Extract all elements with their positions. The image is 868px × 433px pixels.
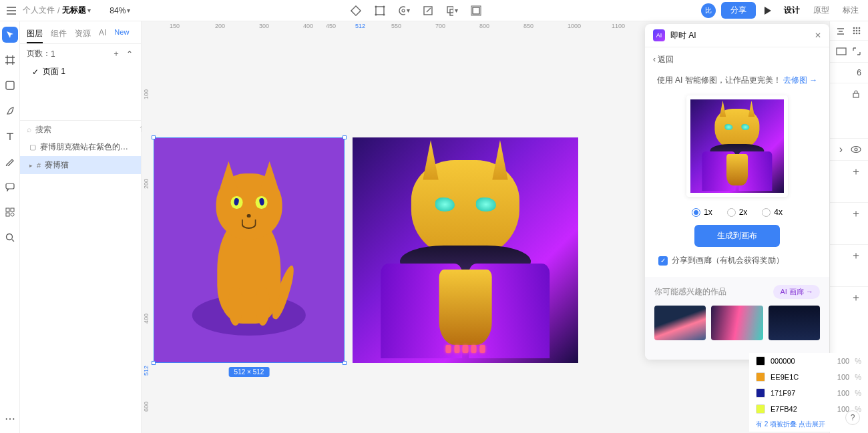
svg-rect-17 xyxy=(6,213,9,216)
circle-tool-icon[interactable]: ▾ xyxy=(398,5,410,17)
top-bar: 个人文件 / 无标题 ▾ 84% ▾ ▾ ▾ 比 分享 设计 原型 标注 xyxy=(0,0,868,21)
ruler-tick: 700 xyxy=(435,23,445,29)
tab-ai[interactable]: AI xyxy=(99,25,106,43)
ai-thumb[interactable] xyxy=(769,306,820,340)
eye-icon[interactable] xyxy=(851,144,861,155)
edit-icon[interactable] xyxy=(422,5,434,17)
add-icon[interactable]: ＋ xyxy=(851,250,861,261)
svg-point-22 xyxy=(859,27,861,29)
collapse-pages-icon[interactable]: ⌃ xyxy=(125,49,134,59)
cat-eye xyxy=(256,196,268,209)
pen-tool-icon[interactable] xyxy=(2,103,18,119)
shape-icon[interactable] xyxy=(2,77,18,93)
tab-design[interactable]: 设计 xyxy=(780,2,804,19)
color-row[interactable]: 000000100% xyxy=(749,353,868,369)
grid-icon[interactable] xyxy=(852,25,861,36)
selection-dimensions: 512 × 512 xyxy=(229,367,270,377)
ai-back-button[interactable]: ‹ 返回 xyxy=(645,47,829,72)
add-icon[interactable]: ＋ xyxy=(851,208,861,219)
move-tool-icon[interactable] xyxy=(2,27,18,43)
crop-icon[interactable] xyxy=(374,5,386,17)
document-title[interactable]: 无标题 xyxy=(62,5,86,16)
share-button[interactable]: 分享 xyxy=(721,2,756,19)
rect-icon[interactable] xyxy=(836,46,847,57)
help-icon[interactable]: ? xyxy=(845,410,860,425)
ruler-tick: 100 xyxy=(143,89,150,99)
frame-cybercat-cartoon[interactable]: 512 × 512 xyxy=(154,137,345,363)
ruler-tick: 150 xyxy=(170,23,180,29)
ai-thumb[interactable] xyxy=(711,306,763,340)
cat-nose xyxy=(247,214,251,218)
tab-assets[interactable]: 资源 xyxy=(75,25,91,43)
frame-tool-icon[interactable] xyxy=(470,5,482,17)
close-icon[interactable]: ✕ xyxy=(815,31,821,40)
leftpanel-tabs: 图层 组件 资源 AI New xyxy=(20,21,141,44)
share-gallery-label: 分享到画廊（有机会获得奖励） xyxy=(672,255,784,266)
text-tool-icon[interactable] xyxy=(2,128,18,144)
page-name: 页面 1 xyxy=(43,66,65,77)
share-gallery-checkbox[interactable]: ✓ 分享到画廊（有机会获得奖励） xyxy=(645,255,829,277)
plugin-icon[interactable] xyxy=(2,204,18,220)
add-icon[interactable]: ＋ xyxy=(851,292,861,303)
play-icon[interactable] xyxy=(761,6,775,15)
check-icon: ✓ xyxy=(32,67,39,77)
svg-point-7 xyxy=(402,9,405,12)
ruler-tick: 550 xyxy=(391,23,401,29)
svg-point-32 xyxy=(855,148,857,151)
image-cyberpunk-cat[interactable] xyxy=(353,137,578,363)
search-icon[interactable] xyxy=(2,230,18,246)
layer-item-2[interactable]: ▸ # 赛博猫 xyxy=(20,156,141,174)
hamburger-icon[interactable] xyxy=(5,5,17,17)
chevron-down-icon[interactable]: ▾ xyxy=(87,7,91,14)
tab-new-badge[interactable]: New xyxy=(114,25,129,43)
tab-prototype[interactable]: 原型 xyxy=(809,2,833,19)
layer-search-input[interactable] xyxy=(35,125,136,134)
add-icon[interactable]: ＋ xyxy=(851,166,861,177)
ruler-tick: 800 xyxy=(479,23,489,29)
expand-caret-icon[interactable]: ▸ xyxy=(29,162,33,169)
scale-2x[interactable]: 2x xyxy=(727,207,748,217)
scale-1x[interactable]: 1x xyxy=(692,207,712,217)
ruler-tick: 300 xyxy=(259,23,269,29)
ruler-vertical: 100 200 400 512 600 xyxy=(142,33,154,433)
layer-label: 赛博猫 xyxy=(45,159,69,171)
breadcrumb-parent[interactable]: 个人文件 xyxy=(23,5,55,16)
svg-rect-1 xyxy=(376,7,384,15)
expand-icon[interactable] xyxy=(852,46,861,57)
svg-point-5 xyxy=(383,13,385,15)
page-item-1[interactable]: ✓ 页面 1 xyxy=(20,63,141,80)
pencil-icon[interactable] xyxy=(2,153,18,169)
svg-point-25 xyxy=(859,30,861,32)
scale-4x[interactable]: 4x xyxy=(762,207,783,217)
color-hex: 171F97 xyxy=(771,389,832,397)
ai-panel-title: 即时 AI xyxy=(670,30,696,41)
frame-icon: # xyxy=(37,161,41,169)
add-page-icon[interactable]: ＋ xyxy=(112,49,121,59)
ai-thumb[interactable] xyxy=(654,306,706,340)
diamond-icon[interactable] xyxy=(350,5,362,17)
ai-tip-link[interactable]: 去修图 → xyxy=(783,75,817,85)
lock-icon[interactable] xyxy=(851,89,861,99)
comment-icon[interactable] xyxy=(2,179,18,195)
tab-annotate[interactable]: 标注 xyxy=(839,2,863,19)
boolean-icon[interactable]: ▾ xyxy=(446,5,458,17)
zoom-level[interactable]: 84% xyxy=(110,6,126,15)
align-icon[interactable] xyxy=(836,25,845,36)
color-row[interactable]: EE9E1C100% xyxy=(749,369,868,385)
color-row[interactable]: 171F97100% xyxy=(749,385,868,401)
pages-header: 页数： 1 ＋ ⌃ xyxy=(20,44,141,63)
tab-layers[interactable]: 图层 xyxy=(27,25,43,43)
user-avatar[interactable]: 比 xyxy=(701,3,716,18)
frame-icon[interactable] xyxy=(2,52,18,68)
left-panel: 图层 组件 资源 AI New 页数： 1 ＋ ⌃ ✓ 页面 1 ⌕ ⇅ ▢ 赛… xyxy=(20,21,142,433)
color-swatch xyxy=(756,388,765,398)
generate-button[interactable]: 生成到画布 xyxy=(694,225,780,247)
ai-gallery-pill[interactable]: AI 画廊 → xyxy=(773,285,820,299)
chevron-icon[interactable]: › xyxy=(837,144,845,155)
more-icon[interactable]: ⋯ xyxy=(2,410,18,426)
svg-point-23 xyxy=(853,30,855,32)
tab-components[interactable]: 组件 xyxy=(51,25,67,43)
cat-eye xyxy=(230,196,242,209)
ruler-tick: 200 xyxy=(143,179,150,189)
layer-item-1[interactable]: ▢ 赛博朋克猫站在紫色的迷雾中... xyxy=(20,138,141,156)
